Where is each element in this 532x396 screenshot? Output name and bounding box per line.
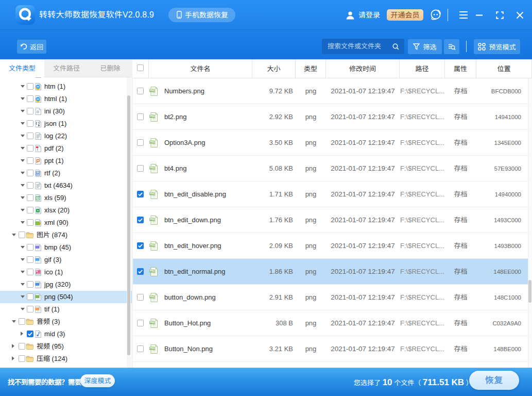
svg-text:PNG: PNG [150,141,156,143]
svg-text:PNG: PNG [150,115,156,118]
svg-text:PNG: PNG [150,347,156,350]
svg-text:PNG: PNG [150,167,156,169]
svg-text:PNG: PNG [150,218,156,221]
svg-text:PNG: PNG [150,321,156,324]
svg-text:PNG: PNG [150,295,156,298]
svg-text:PNG: PNG [150,270,156,272]
svg-text:PNG: PNG [150,244,156,246]
svg-text:PNG: PNG [150,89,156,92]
svg-text:PNG: PNG [150,192,156,195]
